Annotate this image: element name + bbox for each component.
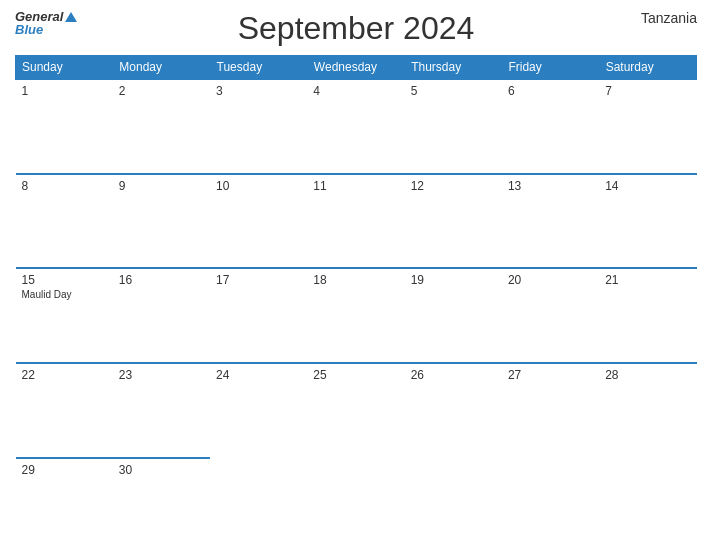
- cell-date: 11: [313, 179, 398, 193]
- calendar-cell: 24: [210, 363, 307, 458]
- calendar-header: General Blue September 2024 Tanzania: [15, 10, 697, 47]
- cell-date: 26: [411, 368, 496, 382]
- cell-date: 6: [508, 84, 593, 98]
- calendar-cell: [405, 458, 502, 540]
- cell-date: 2: [119, 84, 204, 98]
- day-tuesday: Tuesday: [210, 56, 307, 80]
- cell-date: 27: [508, 368, 593, 382]
- logo-triangle-icon: [65, 12, 77, 22]
- cell-date: 18: [313, 273, 398, 287]
- calendar-cell: 2: [113, 79, 210, 174]
- calendar-cell: 26: [405, 363, 502, 458]
- calendar-cell: 23: [113, 363, 210, 458]
- calendar-cell: 3: [210, 79, 307, 174]
- cell-date: 21: [605, 273, 690, 287]
- cell-date: 12: [411, 179, 496, 193]
- calendar-cell: 25: [307, 363, 404, 458]
- calendar-cell: 19: [405, 268, 502, 363]
- calendar-cell: 16: [113, 268, 210, 363]
- days-header-row: Sunday Monday Tuesday Wednesday Thursday…: [16, 56, 697, 80]
- calendar-cell: 13: [502, 174, 599, 269]
- day-friday: Friday: [502, 56, 599, 80]
- cell-date: 29: [22, 463, 107, 477]
- cell-date: 17: [216, 273, 301, 287]
- calendar-cell: 1: [16, 79, 113, 174]
- calendar-cell: 7: [599, 79, 696, 174]
- calendar-cell: 18: [307, 268, 404, 363]
- country-label: Tanzania: [641, 10, 697, 26]
- calendar-cell: 15Maulid Day: [16, 268, 113, 363]
- week-row-2: 15Maulid Day161718192021: [16, 268, 697, 363]
- day-monday: Monday: [113, 56, 210, 80]
- calendar-cell: 27: [502, 363, 599, 458]
- calendar-cell: 6: [502, 79, 599, 174]
- cell-date: 1: [22, 84, 107, 98]
- cell-date: 16: [119, 273, 204, 287]
- day-saturday: Saturday: [599, 56, 696, 80]
- calendar-cell: 5: [405, 79, 502, 174]
- logo-blue-text: Blue: [15, 23, 43, 36]
- calendar-cell: 21: [599, 268, 696, 363]
- calendar-cell: 10: [210, 174, 307, 269]
- week-row-1: 891011121314: [16, 174, 697, 269]
- cell-date: 10: [216, 179, 301, 193]
- cell-date: 25: [313, 368, 398, 382]
- cell-date: 23: [119, 368, 204, 382]
- cell-date: 8: [22, 179, 107, 193]
- calendar-cell: 17: [210, 268, 307, 363]
- week-row-0: 1234567: [16, 79, 697, 174]
- cell-date: 13: [508, 179, 593, 193]
- calendar-cell: 28: [599, 363, 696, 458]
- calendar-cell: 20: [502, 268, 599, 363]
- calendar-wrapper: General Blue September 2024 Tanzania Sun…: [0, 0, 712, 550]
- cell-date: 24: [216, 368, 301, 382]
- cell-date: 20: [508, 273, 593, 287]
- cell-date: 9: [119, 179, 204, 193]
- calendar-cell: 9: [113, 174, 210, 269]
- day-sunday: Sunday: [16, 56, 113, 80]
- calendar-cell: 4: [307, 79, 404, 174]
- cell-date: 14: [605, 179, 690, 193]
- cell-date: 22: [22, 368, 107, 382]
- cell-date: 15: [22, 273, 107, 287]
- cell-date: 4: [313, 84, 398, 98]
- calendar-cell: 22: [16, 363, 113, 458]
- calendar-table: Sunday Monday Tuesday Wednesday Thursday…: [15, 55, 697, 540]
- calendar-title: September 2024: [238, 10, 475, 47]
- calendar-cell: 29: [16, 458, 113, 540]
- cell-event: Maulid Day: [22, 289, 107, 300]
- cell-date: 3: [216, 84, 301, 98]
- calendar-cell: 14: [599, 174, 696, 269]
- cell-date: 5: [411, 84, 496, 98]
- calendar-cell: 11: [307, 174, 404, 269]
- logo: General Blue: [15, 10, 77, 36]
- day-wednesday: Wednesday: [307, 56, 404, 80]
- calendar-cell: [307, 458, 404, 540]
- calendar-cell: 12: [405, 174, 502, 269]
- day-thursday: Thursday: [405, 56, 502, 80]
- calendar-cell: 30: [113, 458, 210, 540]
- cell-date: 30: [119, 463, 204, 477]
- week-row-3: 22232425262728: [16, 363, 697, 458]
- cell-date: 28: [605, 368, 690, 382]
- calendar-cell: [210, 458, 307, 540]
- calendar-cell: [502, 458, 599, 540]
- week-row-4: 2930: [16, 458, 697, 540]
- cell-date: 7: [605, 84, 690, 98]
- cell-date: 19: [411, 273, 496, 287]
- calendar-cell: 8: [16, 174, 113, 269]
- calendar-cell: [599, 458, 696, 540]
